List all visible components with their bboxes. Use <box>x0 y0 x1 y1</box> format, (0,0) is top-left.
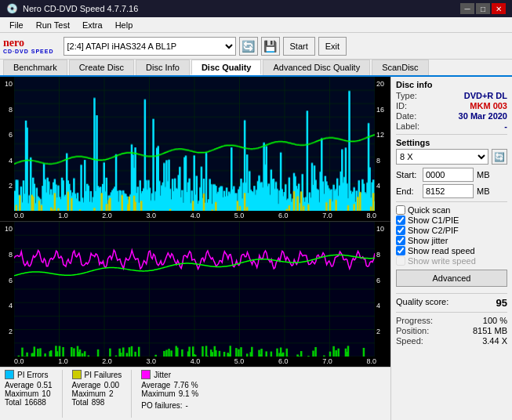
pie-errors-stat: PI Errors Average 0.51 Maximum 10 Total … <box>5 370 53 418</box>
pi-failures-label: PI Failures <box>85 371 122 379</box>
quick-scan-checkbox[interactable] <box>396 205 405 215</box>
quality-label: Quality score: <box>396 297 448 309</box>
position-row: Position: 8151 MB <box>396 326 507 335</box>
speed-value-prog: 3.44 X <box>482 336 507 346</box>
tab-scandisc[interactable]: ScanDisc <box>372 60 428 75</box>
chart1-content: 10 8 6 4 2 20 16 12 8 4 <box>0 77 390 211</box>
start-row: Start: MB <box>396 168 507 182</box>
jitter-avg-label: Average <box>141 381 170 389</box>
speed-refresh-icon[interactable]: 🔄 <box>492 149 507 165</box>
chart2-canvas <box>14 222 375 357</box>
pi-failures-stat: PI Failures Average 0.00 Maximum 2 Total… <box>72 370 122 418</box>
start-input[interactable] <box>423 168 474 182</box>
disc-type-label: Type: <box>396 91 417 100</box>
jitter-header: Jitter <box>141 370 198 379</box>
close-button[interactable]: ✕ <box>492 3 506 14</box>
exit-button[interactable]: Exit <box>318 37 347 56</box>
tab-disc-info[interactable]: Disc Info <box>136 60 190 75</box>
divider2 <box>396 201 507 202</box>
disc-type-row: Type: DVD+R DL <box>396 91 507 100</box>
pif-max-label: Maximum <box>72 389 106 398</box>
menu-bar: File Run Test Extra Help <box>0 17 512 33</box>
jitter-label: Jitter <box>154 371 171 379</box>
tab-disc-quality[interactable]: Disc Quality <box>191 60 262 75</box>
menu-help[interactable]: Help <box>109 19 140 31</box>
show-c2-checkbox[interactable] <box>396 226 405 235</box>
bottom-stats: PI Errors Average 0.51 Maximum 10 Total … <box>0 367 390 420</box>
show-c1-checkbox[interactable] <box>396 215 405 225</box>
divider1 <box>396 134 507 135</box>
chart2-y-right: 10 8 6 4 2 <box>375 222 390 357</box>
end-input[interactable] <box>423 184 474 198</box>
pie-errors-color <box>5 370 14 379</box>
show-write-speed-checkbox[interactable] <box>396 256 405 266</box>
disc-id-value: MKM 003 <box>470 101 507 110</box>
speed-label-prog: Speed: <box>396 336 423 346</box>
chart1-wrapper: 10 8 6 4 2 20 16 12 8 4 <box>0 77 390 222</box>
refresh-icon[interactable]: 🔄 <box>239 37 258 56</box>
show-read-speed-checkbox[interactable] <box>396 246 405 255</box>
show-jitter-label: Show jitter <box>408 236 448 245</box>
chart-area: 10 8 6 4 2 20 16 12 8 4 <box>0 77 390 420</box>
quality-value: 95 <box>496 297 507 309</box>
nero-logo-sub: CD·DVD SPEED <box>3 49 54 54</box>
disc-info-title: Disc info <box>396 80 507 89</box>
divider4 <box>396 312 507 313</box>
show-c2-label: Show C2/PIF <box>408 226 459 235</box>
stats-divider2 <box>131 370 132 418</box>
save-icon[interactable]: 💾 <box>261 37 280 56</box>
pie-max-label: Maximum <box>5 389 38 398</box>
position-value: 8151 MB <box>473 326 507 335</box>
chart2-content: 10 8 6 4 2 10 8 6 4 2 <box>0 222 390 357</box>
speed-select[interactable]: 8 X 4 X 6 X 12 X 16 X <box>396 149 488 165</box>
advanced-button[interactable]: Advanced <box>396 270 507 287</box>
end-mb: MB <box>477 186 490 196</box>
drive-select[interactable]: [2:4] ATAPI iHAS324 A BL1P <box>64 37 236 56</box>
jitter-color <box>141 370 151 379</box>
disc-label-label: Label: <box>396 121 419 131</box>
menu-run-test[interactable]: Run Test <box>30 19 76 31</box>
settings-title: Settings <box>396 138 507 147</box>
start-label: Start: <box>396 170 419 179</box>
show-jitter-row: Show jitter <box>396 236 507 245</box>
disc-id-label: ID: <box>396 101 407 110</box>
quick-scan-row: Quick scan <box>396 205 507 215</box>
show-c1-label: Show C1/PIE <box>408 215 459 225</box>
tab-advanced-disc-quality[interactable]: Advanced Disc Quality <box>263 60 370 75</box>
disc-date-row: Date: 30 Mar 2020 <box>396 111 507 121</box>
nero-logo-text: nero <box>3 38 54 49</box>
menu-extra[interactable]: Extra <box>76 19 109 31</box>
show-jitter-checkbox[interactable] <box>396 236 405 245</box>
title-bar-left: 💿 Nero CD-DVD Speed 4.7.7.16 <box>6 3 138 14</box>
pie-total-label: Total <box>5 398 21 407</box>
start-mb: MB <box>477 170 490 179</box>
disc-date-label: Date: <box>396 111 416 121</box>
right-panel: Disc info Type: DVD+R DL ID: MKM 003 Dat… <box>390 77 512 420</box>
pie-max-value: 10 <box>42 389 50 398</box>
chart1-y-left: 10 8 6 4 2 <box>0 77 14 211</box>
title-bar-controls: ─ □ ✕ <box>460 3 506 14</box>
minimize-button[interactable]: ─ <box>460 3 474 14</box>
chart1-x-axis: 0.0 1.0 2.0 3.0 4.0 5.0 6.0 7.0 8.0 <box>0 211 390 221</box>
start-button[interactable]: Start <box>283 37 315 56</box>
toolbar: nero CD·DVD SPEED [2:4] ATAPI iHAS324 A … <box>0 33 512 60</box>
title-bar: 💿 Nero CD-DVD Speed 4.7.7.16 ─ □ ✕ <box>0 0 512 17</box>
chart2-x-axis: 0.0 1.0 2.0 3.0 4.0 5.0 6.0 7.0 8.0 <box>0 357 390 367</box>
tab-create-disc[interactable]: Create Disc <box>69 60 134 75</box>
show-c2-pif-row: Show C2/PIF <box>396 226 507 235</box>
progress-value: 100 % <box>483 316 507 325</box>
jitter-stat: Jitter Average 7.76 % Maximum 9.1 % PO f… <box>141 370 198 418</box>
pi-failures-color <box>72 370 82 379</box>
chart1-canvas <box>14 77 375 211</box>
pie-avg-value: 0.51 <box>37 381 52 389</box>
nero-logo: nero CD·DVD SPEED <box>3 38 54 54</box>
jitter-max-label: Maximum <box>141 389 175 398</box>
chart2-wrapper: 10 8 6 4 2 10 8 6 4 2 <box>0 222 390 367</box>
maximize-button[interactable]: □ <box>476 3 490 14</box>
tab-benchmark[interactable]: Benchmark <box>3 60 67 75</box>
tabs: Benchmark Create Disc Disc Info Disc Qua… <box>0 60 512 77</box>
window-title: Nero CD-DVD Speed 4.7.7.16 <box>23 4 138 13</box>
menu-file[interactable]: File <box>3 19 30 31</box>
pif-avg-label: Average <box>72 381 101 389</box>
jitter-avg-value: 7.76 % <box>173 381 198 389</box>
